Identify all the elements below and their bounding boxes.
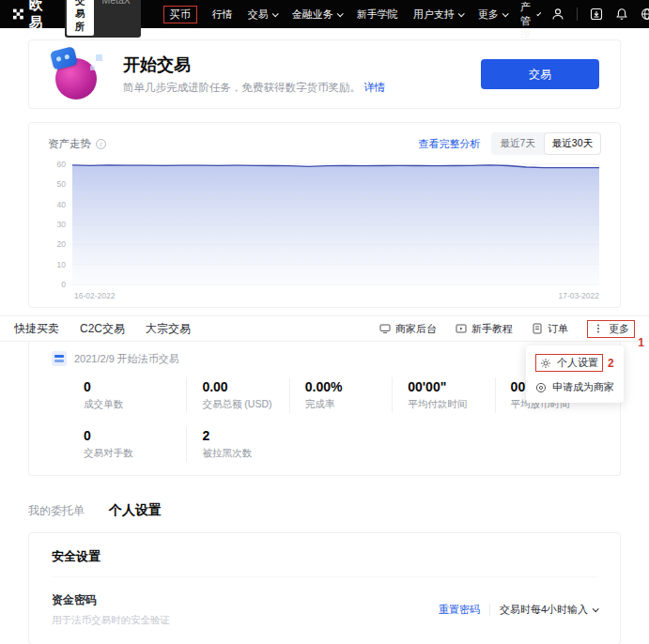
top-header: 欧易 交易所 MetaX 买币 行情 交易 金融业务 新手学院 用户支持 更多 … bbox=[0, 0, 649, 28]
svg-text:30: 30 bbox=[57, 220, 67, 229]
fiat-trading-since: 2021/2/9 开始法币交易 bbox=[52, 351, 597, 366]
nav-finance[interactable]: 金融业务 bbox=[292, 8, 342, 22]
chevron-down-icon bbox=[593, 606, 599, 612]
start-trading-card: 开始交易 简单几步完成进阶任务，免费获得数字货币奖励。 详情 交易 bbox=[28, 39, 621, 109]
chevron-down-icon bbox=[536, 11, 541, 16]
okx-logo-icon bbox=[13, 7, 23, 22]
tab-personal-settings[interactable]: 个人设置 bbox=[109, 502, 162, 519]
asset-manage-menu[interactable]: 资产管理 bbox=[520, 0, 540, 42]
header-right: 资产管理 bbox=[520, 0, 649, 42]
chevron-down-icon bbox=[458, 10, 465, 17]
stats-row-1: 0 成交单数 0.00 交易总额 (USD) 0.00% 完成率 00'00" … bbox=[52, 377, 597, 413]
chevron-down-icon bbox=[502, 10, 509, 17]
range-30d-button[interactable]: 最近30天 bbox=[544, 132, 601, 155]
logo-text: 欧易 bbox=[29, 0, 48, 32]
fund-password-info: 资金密码 用于法币交易时的安全验证 bbox=[52, 592, 170, 627]
stat-counterparties: 0 交易对手数 bbox=[84, 426, 186, 462]
svg-text:60: 60 bbox=[57, 161, 67, 169]
security-settings-title: 安全设置 bbox=[52, 548, 597, 577]
info-icon[interactable]: i bbox=[96, 139, 106, 149]
nav-trade[interactable]: 交易 bbox=[248, 8, 277, 22]
more-dropdown-menu: 个人设置 2 申请成为商家 bbox=[526, 345, 624, 403]
nav-academy[interactable]: 新手学院 bbox=[357, 8, 398, 22]
divider bbox=[489, 605, 490, 616]
more-dots-icon bbox=[593, 323, 604, 334]
c2c-tabs: 快捷买卖 C2C交易 大宗交易 bbox=[14, 321, 191, 337]
asset-trend-controls: 查看完整分析 最近7天 最近30天 bbox=[418, 132, 601, 155]
range-7d-button[interactable]: 最近7天 bbox=[491, 132, 543, 155]
menu-item-apply-merchant[interactable]: 申请成为商家 bbox=[535, 380, 614, 394]
okx-logo[interactable]: 欧易 bbox=[13, 0, 48, 32]
svg-text:10: 10 bbox=[57, 260, 67, 269]
merchant-badge-icon bbox=[535, 382, 547, 393]
stats-row-2: 0 交易对手数 2 被拉黑次数 bbox=[52, 426, 597, 462]
tab-c2c-trade[interactable]: C2C交易 bbox=[80, 321, 125, 337]
tab-block-trade[interactable]: 大宗交易 bbox=[146, 321, 191, 337]
stat-volume: 0.00 交易总额 (USD) bbox=[186, 377, 288, 413]
stat-deals: 0 成交单数 bbox=[84, 377, 186, 413]
full-analysis-link[interactable]: 查看完整分析 bbox=[418, 137, 480, 151]
svg-text:40: 40 bbox=[57, 200, 67, 209]
stat-avg-pay-time: 00'00" 平均付款时间 bbox=[392, 377, 494, 413]
range-toggle: 最近7天 最近30天 bbox=[491, 132, 601, 155]
svg-text:50: 50 bbox=[57, 179, 67, 189]
language-globe-icon[interactable] bbox=[641, 8, 649, 21]
svg-text:0: 0 bbox=[61, 280, 66, 289]
start-trading-title: 开始交易 bbox=[123, 54, 462, 76]
stat-blocked-count: 2 被拉黑次数 bbox=[186, 426, 288, 462]
toggle-exchange[interactable]: 交易所 bbox=[67, 0, 94, 36]
annotation-1: 1 bbox=[638, 336, 644, 349]
notifications-bell-icon[interactable] bbox=[615, 8, 628, 21]
menu-item-personal-settings[interactable]: 个人设置 bbox=[535, 354, 603, 372]
page-content: 开始交易 简单几步完成进阶任务，免费获得数字货币奖励。 详情 交易 资产走势 i… bbox=[0, 39, 649, 644]
start-trading-subtitle: 简单几步完成进阶任务，免费获得数字货币奖励。 详情 bbox=[123, 81, 462, 95]
merchant-portal-button[interactable]: 商家后台 bbox=[379, 322, 437, 336]
tab-my-orders[interactable]: 我的委托单 bbox=[28, 503, 85, 519]
nav-buy-crypto[interactable]: 买币 bbox=[163, 6, 197, 23]
reset-password-link[interactable]: 重置密码 bbox=[439, 603, 480, 617]
fund-password-label: 资金密码 bbox=[52, 592, 170, 608]
more-button[interactable]: 更多 1 bbox=[587, 320, 635, 338]
gear-icon bbox=[540, 358, 551, 369]
download-app-icon[interactable] bbox=[590, 8, 603, 21]
fund-password-actions: 重置密码 交易时每4小时输入 bbox=[439, 603, 597, 617]
tab-express-trade[interactable]: 快捷买卖 bbox=[14, 321, 59, 337]
annotation-2: 2 bbox=[608, 357, 614, 370]
fund-password-desc: 用于法币交易时的安全验证 bbox=[52, 614, 170, 627]
orders-button[interactable]: 订单 bbox=[532, 322, 568, 336]
monitor-icon bbox=[379, 323, 391, 334]
asset-trend-card: 资产走势 i 查看完整分析 最近7天 最近30天 010203040506016… bbox=[28, 122, 621, 308]
detail-link[interactable]: 详情 bbox=[363, 82, 385, 93]
mode-toggle: 交易所 MetaX bbox=[65, 0, 141, 38]
chevron-down-icon bbox=[272, 10, 279, 17]
chevron-down-icon bbox=[337, 10, 344, 17]
nav-markets[interactable]: 行情 bbox=[212, 8, 233, 22]
nav-more[interactable]: 更多 bbox=[478, 8, 507, 22]
asset-trend-title: 资产走势 bbox=[48, 137, 91, 151]
user-icon[interactable] bbox=[551, 8, 564, 21]
input-frequency-select[interactable]: 交易时每4小时输入 bbox=[500, 603, 597, 617]
start-trading-info: 开始交易 简单几步完成进阶任务，免费获得数字货币奖励。 详情 bbox=[123, 54, 462, 95]
svg-text:16-02-2022: 16-02-2022 bbox=[74, 291, 116, 300]
toggle-metax[interactable]: MetaX bbox=[94, 0, 139, 36]
security-settings-card: 安全设置 资金密码 用于法币交易时的安全验证 重置密码 交易时每4小时输入 bbox=[28, 532, 621, 644]
svg-text:17-03-2022: 17-03-2022 bbox=[559, 291, 600, 300]
nav-support[interactable]: 用户支持 bbox=[413, 8, 463, 22]
stat-completion-rate: 0.00% 完成率 bbox=[289, 377, 392, 413]
svg-text:20: 20 bbox=[57, 239, 67, 249]
badge-icon bbox=[52, 351, 67, 366]
trade-button[interactable]: 交易 bbox=[481, 59, 599, 89]
fund-password-row: 资金密码 用于法币交易时的安全验证 重置密码 交易时每4小时输入 bbox=[52, 592, 597, 627]
merchant-stats-card: 2021/2/9 开始法币交易 0 成交单数 0.00 交易总额 (USD) 0… bbox=[28, 342, 621, 476]
settings-section-tabs: 我的委托单 个人设置 bbox=[28, 502, 621, 519]
c2c-tab-bar: 快捷买卖 C2C交易 大宗交易 商家后台 新手教程 订单 更多 1 bbox=[0, 315, 649, 342]
asset-trend-header: 资产走势 i 查看完整分析 最近7天 最近30天 bbox=[48, 132, 601, 155]
video-play-icon bbox=[456, 323, 467, 334]
asset-trend-chart[interactable]: 010203040506016-02-202217-03-2022 bbox=[48, 161, 603, 303]
tutorial-button[interactable]: 新手教程 bbox=[456, 322, 513, 336]
start-trading-illustration bbox=[50, 47, 104, 101]
c2c-actions: 商家后台 新手教程 订单 更多 1 bbox=[379, 320, 635, 338]
document-icon bbox=[532, 323, 543, 334]
main-nav: 买币 行情 交易 金融业务 新手学院 用户支持 更多 bbox=[163, 6, 507, 23]
